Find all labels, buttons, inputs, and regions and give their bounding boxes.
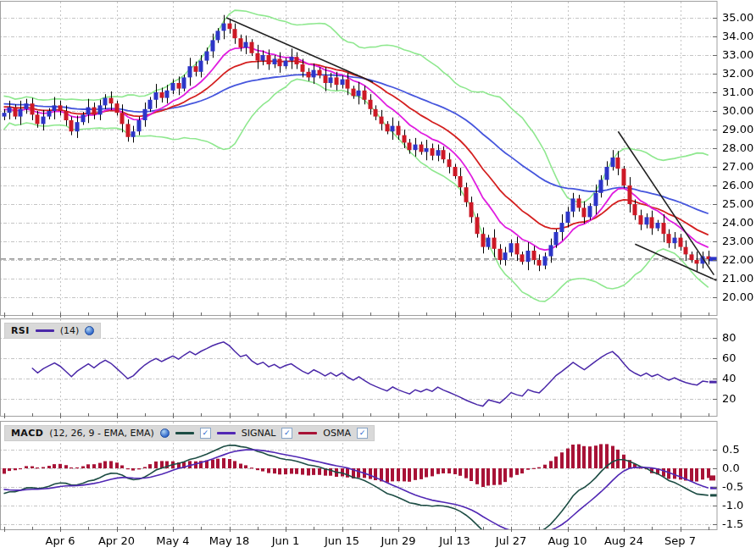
date-tick-label: Apr 6 <box>32 534 88 547</box>
macd-legend: MACD (12, 26, 9 - EMA, EMA) ✓ SIGNAL ✓ O… <box>4 425 375 441</box>
rsi-line-swatch <box>36 329 54 332</box>
rsi-tick-label: 40 <box>722 372 737 384</box>
signal-visible-checkbox[interactable]: ✓ <box>281 428 292 439</box>
date-tick-label: Aug 10 <box>540 534 596 547</box>
macd-line-swatch <box>175 432 194 434</box>
macd-tick-label: 0.5 <box>722 443 740 456</box>
globe-icon[interactable] <box>85 326 94 335</box>
price-tick-label: 23.00 <box>722 235 753 247</box>
osma-visible-checkbox[interactable]: ✓ <box>357 428 368 439</box>
price-tick-label: 26.00 <box>722 179 753 191</box>
date-tick-label: Sep 7 <box>653 534 709 547</box>
price-chart-canvas[interactable] <box>0 0 756 553</box>
price-tick-label: 29.00 <box>722 123 753 135</box>
date-tick-label: Jun 29 <box>370 534 426 547</box>
rsi-tick-label: 80 <box>722 331 737 344</box>
price-tick-label: 35.00 <box>722 11 753 24</box>
date-tick-label: Aug 24 <box>596 534 652 547</box>
macd-tick-label: 0.0 <box>722 462 740 474</box>
price-tick-label: 28.00 <box>722 141 753 154</box>
price-tick-label: 21.00 <box>722 272 753 285</box>
date-tick-label: May 4 <box>145 534 201 547</box>
rsi-legend: RSI (14) <box>4 323 101 339</box>
date-tick-label: Jul 27 <box>483 534 539 547</box>
date-tick-label: Apr 20 <box>89 534 145 547</box>
price-tick-label: 27.00 <box>722 160 753 173</box>
price-tick-label: 25.00 <box>722 197 753 210</box>
macd-params: (12, 26, 9 - EMA, EMA) <box>49 428 153 439</box>
price-tick-label: 31.00 <box>722 86 753 98</box>
macd-tick-label: -1.5 <box>722 517 743 530</box>
price-tick-label: 24.00 <box>722 216 753 229</box>
price-tick-label: 33.00 <box>722 48 753 61</box>
macd-indicator-name: MACD <box>11 428 43 439</box>
date-tick-label: Jun 1 <box>258 534 314 547</box>
osma-line-swatch <box>298 432 317 434</box>
price-tick-label: 20.00 <box>722 290 753 303</box>
rsi-indicator-name: RSI <box>11 325 30 336</box>
signal-line-swatch <box>217 432 236 434</box>
price-tick-label: 30.00 <box>722 104 753 117</box>
price-tick-label: 22.00 <box>722 253 753 266</box>
rsi-tick-label: 60 <box>722 351 737 364</box>
macd-visible-checkbox[interactable]: ✓ <box>200 428 211 439</box>
price-tick-label: 34.00 <box>722 30 753 42</box>
globe-icon[interactable] <box>160 429 170 438</box>
osma-label: OSMA <box>323 428 351 439</box>
macd-tick-label: -1.0 <box>722 499 743 512</box>
price-tick-label: 32.00 <box>722 67 753 80</box>
date-tick-label: Jun 15 <box>314 534 370 547</box>
signal-label: SIGNAL <box>242 428 276 439</box>
date-tick-label: May 18 <box>202 534 258 547</box>
macd-tick-label: -0.5 <box>722 480 743 493</box>
trading-chart: 35.0034.0033.0032.0031.0030.0029.0028.00… <box>0 0 756 553</box>
rsi-tick-label: 20 <box>722 392 737 405</box>
date-tick-label: Jul 13 <box>427 534 483 547</box>
rsi-params: (14) <box>60 325 80 336</box>
